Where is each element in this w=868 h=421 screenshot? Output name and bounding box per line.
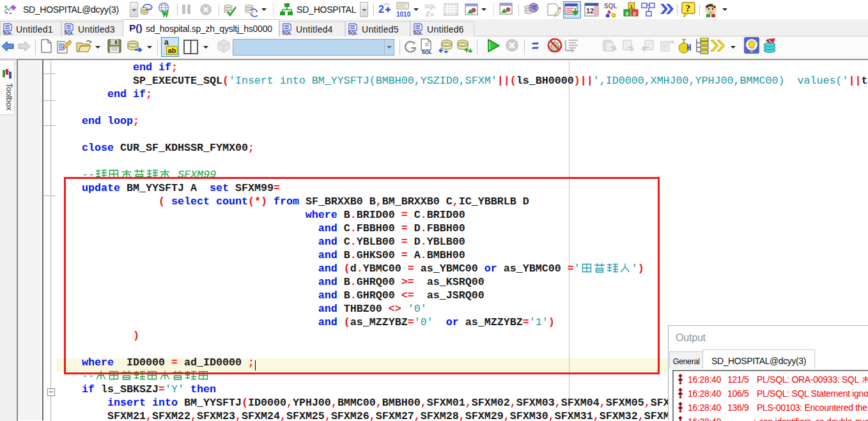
svg-text:3: 3: [626, 11, 629, 17]
svg-text:2: 2: [633, 11, 637, 17]
svg-text:?: ?: [686, 3, 691, 13]
svg-text:12: 12: [586, 7, 594, 15]
svg-text:SQL: SQL: [424, 3, 437, 10]
svg-text:SQL: SQL: [422, 49, 433, 54]
svg-text:1010: 1010: [396, 11, 411, 18]
svg-text:2: 2: [378, 4, 384, 15]
svg-text:SQL: SQL: [604, 3, 617, 10]
svg-text:1: 1: [630, 4, 633, 10]
